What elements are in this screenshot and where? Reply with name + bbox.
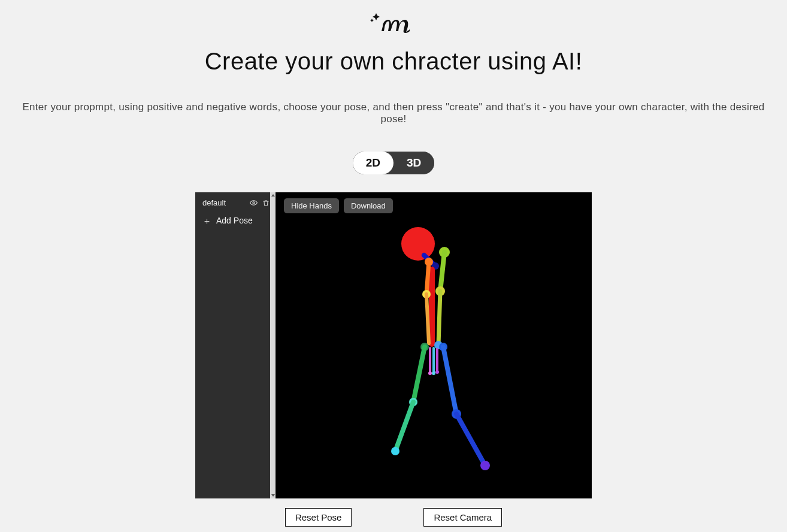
scroll-up-icon bbox=[271, 194, 275, 197]
pose-viewport[interactable]: Hide Hands Download bbox=[276, 192, 592, 498]
add-pose-button[interactable]: ＋ Add Pose bbox=[195, 211, 276, 231]
svg-line-8 bbox=[440, 252, 444, 291]
app-logo bbox=[370, 10, 417, 37]
pose-list-item[interactable]: default bbox=[195, 192, 276, 211]
eye-icon[interactable] bbox=[250, 199, 258, 207]
svg-line-15 bbox=[426, 294, 429, 343]
scroll-down-icon bbox=[271, 494, 275, 497]
svg-line-13 bbox=[426, 262, 429, 294]
add-pose-label: Add Pose bbox=[216, 216, 253, 225]
toggle-3d[interactable]: 3D bbox=[394, 152, 434, 174]
pose-name-label: default bbox=[202, 198, 226, 207]
svg-point-21 bbox=[435, 370, 439, 374]
svg-point-2 bbox=[253, 202, 255, 204]
view-mode-toggle: 2D 3D bbox=[353, 152, 435, 174]
svg-line-28 bbox=[443, 347, 456, 414]
toggle-2d[interactable]: 2D bbox=[353, 152, 394, 174]
svg-point-31 bbox=[480, 461, 490, 470]
page-title: Create your own chracter using AI! bbox=[205, 48, 583, 75]
pose-editor: default ＋ A bbox=[195, 192, 592, 498]
svg-point-19 bbox=[428, 371, 432, 375]
pose-skeleton[interactable] bbox=[276, 192, 586, 498]
svg-line-26 bbox=[395, 402, 413, 451]
reset-pose-button[interactable]: Reset Pose bbox=[285, 508, 352, 527]
svg-marker-0 bbox=[373, 13, 380, 20]
svg-marker-1 bbox=[370, 19, 374, 22]
svg-point-27 bbox=[391, 447, 399, 455]
svg-line-10 bbox=[438, 291, 440, 345]
reset-camera-button[interactable]: Reset Camera bbox=[423, 508, 502, 527]
svg-line-24 bbox=[413, 347, 425, 402]
svg-point-3 bbox=[401, 227, 435, 261]
plus-icon: ＋ bbox=[202, 216, 211, 225]
pose-list-panel: default ＋ A bbox=[195, 192, 276, 498]
sidebar-scrollbar[interactable] bbox=[270, 192, 276, 498]
trash-icon[interactable] bbox=[262, 200, 270, 207]
svg-point-20 bbox=[432, 371, 435, 375]
page-subtitle: Enter your propmpt, using positive and n… bbox=[12, 101, 775, 125]
svg-line-30 bbox=[456, 414, 485, 466]
